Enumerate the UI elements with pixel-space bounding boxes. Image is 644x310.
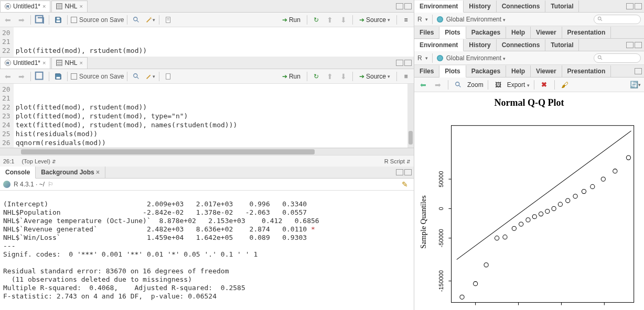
r-engine-label[interactable]: R	[417, 54, 422, 62]
tab-connections[interactable]: Connections	[497, 1, 546, 12]
run-button[interactable]: ➔Run	[279, 72, 304, 81]
compile-report-button[interactable]	[163, 71, 174, 82]
tab-tutorial[interactable]: Tutorial	[545, 39, 579, 51]
tab-untitled1[interactable]: R Untitled1* ×	[0, 1, 50, 12]
source-on-save-checkbox[interactable]	[71, 73, 77, 80]
global-env-selector[interactable]: Global Environment ▾	[446, 54, 506, 62]
clear-all-button[interactable]: 🖌	[559, 79, 571, 91]
save-button[interactable]	[52, 14, 64, 26]
refresh-button[interactable]: 🔄▾	[629, 79, 641, 91]
editor2-statusbar: 26:1 (Top Level) ⇵ R Script ⇵	[0, 155, 414, 167]
tab-background-jobs[interactable]: Background Jobs ×	[36, 167, 105, 178]
scope-selector[interactable]: (Top Level) ⇵	[22, 158, 56, 164]
maximize-button[interactable]	[635, 3, 642, 9]
tab-presentation[interactable]: Presentation	[562, 65, 611, 77]
zoom-button[interactable]	[453, 79, 464, 91]
r-file-icon: R	[5, 60, 11, 66]
tab-help[interactable]: Help	[506, 27, 531, 38]
session-menu-icon[interactable]: ⚐	[48, 181, 53, 188]
close-icon[interactable]: ×	[42, 3, 46, 9]
r-logo-icon	[3, 181, 10, 188]
maximize-button[interactable]	[635, 42, 642, 48]
save-button[interactable]	[52, 71, 64, 82]
close-icon[interactable]: ×	[79, 3, 82, 9]
find-button[interactable]	[131, 71, 142, 82]
minimize-button[interactable]	[396, 169, 403, 175]
maximize-button[interactable]	[404, 60, 412, 66]
svg-line-30	[457, 131, 631, 260]
compile-report-button[interactable]	[163, 14, 174, 26]
maximize-button[interactable]	[404, 169, 412, 175]
console-output[interactable]: (Intercept) 2.009e+03 2.017e+03 0.996 0.…	[0, 191, 414, 310]
back-button[interactable]: ⬅	[2, 14, 14, 26]
outline-button[interactable]: ≡	[400, 14, 412, 26]
plot-prev-button[interactable]: ⬅	[417, 79, 429, 91]
back-button[interactable]: ⬅	[2, 71, 14, 82]
code-tools-button[interactable]: ▾	[144, 14, 156, 26]
source-button[interactable]: ➔Source▾	[356, 15, 393, 25]
tab-plots[interactable]: Plots	[439, 65, 466, 78]
tab-help[interactable]: Help	[506, 65, 531, 77]
export-button[interactable]: 🖼	[492, 79, 504, 91]
zoom-label[interactable]: Zoom	[467, 81, 484, 88]
env-search-input[interactable]	[594, 53, 641, 63]
tab-plots[interactable]: Plots	[439, 27, 466, 39]
source-on-save-checkbox[interactable]	[71, 17, 77, 23]
rerun-button[interactable]: ↻	[310, 14, 322, 26]
tab-viewer[interactable]: Viewer	[531, 65, 562, 77]
plot-next-button[interactable]: ➡	[432, 79, 444, 91]
tab-environment[interactable]: Environment	[414, 1, 464, 13]
show-in-new-window-button[interactable]	[34, 14, 46, 26]
code-tools-button[interactable]: ▾	[144, 71, 156, 82]
forward-button[interactable]: ➡	[16, 71, 27, 82]
svg-point-18	[456, 82, 459, 85]
maximize-button[interactable]	[404, 3, 412, 9]
minimize-button[interactable]	[626, 3, 634, 9]
tab-history[interactable]: History	[464, 39, 496, 51]
svg-point-34	[495, 236, 499, 240]
minimize-button[interactable]	[626, 42, 634, 48]
show-in-new-window-button[interactable]	[34, 71, 46, 82]
editor1-code[interactable]: 20 21 22 plot(fitted(mod), rstudent(mod)…	[0, 27, 414, 57]
file-type-selector[interactable]: R Script ⇵	[384, 158, 411, 164]
editor2-code[interactable]: 20212223242526 plot(fitted(mod), rstuden…	[0, 84, 414, 148]
r-engine-label[interactable]: R	[417, 16, 422, 23]
clear-console-button[interactable]: ✎	[399, 179, 411, 190]
tab-nhl[interactable]: NHL ×	[51, 1, 87, 12]
outline-button[interactable]: ≡	[400, 71, 412, 82]
tab-nhl[interactable]: NHL ×	[51, 57, 87, 69]
minimize-button[interactable]	[635, 68, 642, 74]
source-button[interactable]: ➔Source▾	[356, 72, 393, 81]
go-up-button[interactable]: ⬆	[324, 14, 336, 26]
minimize-button[interactable]	[396, 60, 403, 66]
tab-packages[interactable]: Packages	[466, 65, 506, 77]
hscrollbar[interactable]	[0, 148, 414, 155]
env-search-input[interactable]	[594, 15, 641, 24]
close-icon[interactable]: ×	[42, 60, 46, 66]
forward-button[interactable]: ➡	[16, 14, 27, 26]
svg-point-44	[566, 198, 570, 203]
rerun-button[interactable]: ↻	[310, 71, 322, 82]
export-label[interactable]: Export ▾	[507, 81, 530, 88]
tab-tutorial[interactable]: Tutorial	[545, 1, 579, 12]
go-down-button[interactable]: ⬇	[338, 71, 349, 82]
tab-untitled1[interactable]: R Untitled1* ×	[0, 57, 50, 69]
remove-plot-button[interactable]: ✖	[539, 79, 550, 91]
tab-history[interactable]: History	[464, 1, 496, 12]
find-button[interactable]	[131, 14, 142, 26]
tab-packages[interactable]: Packages	[466, 27, 506, 38]
tab-console[interactable]: Console	[0, 167, 36, 179]
tab-presentation[interactable]: Presentation	[562, 27, 611, 38]
go-down-button[interactable]: ⬇	[338, 14, 349, 26]
tab-files[interactable]: Files	[414, 27, 439, 38]
vscrollbar[interactable]	[407, 84, 414, 148]
go-up-button[interactable]: ⬆	[324, 71, 336, 82]
minimize-button[interactable]	[396, 3, 403, 9]
tab-viewer[interactable]: Viewer	[531, 27, 562, 38]
run-button[interactable]: ➔Run	[279, 15, 304, 25]
tab-files[interactable]: Files	[414, 65, 439, 77]
tab-environment[interactable]: Environment	[414, 39, 464, 51]
global-env-selector[interactable]: Global Environment ▾	[446, 16, 506, 23]
close-icon[interactable]: ×	[79, 60, 82, 66]
tab-connections[interactable]: Connections	[497, 39, 546, 51]
